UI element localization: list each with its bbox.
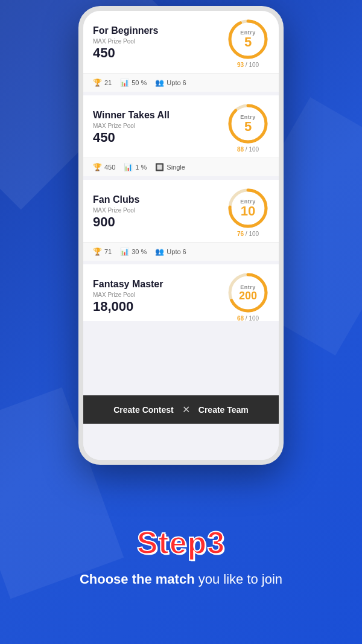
chart-icon-beginners: 📊 [120, 78, 129, 87]
prize-label-fanclubs: MAX Prize Pool [93, 207, 227, 214]
entry-num-fantasy: 200 [239, 290, 257, 301]
slots-total-beginners: 100 [249, 62, 259, 68]
stat-team-beginners: 👥 Upto 6 [155, 78, 186, 87]
contest-title-fanclubs: Fan Clubs [93, 194, 227, 205]
contest-info-winner: Winner Takes All MAX Prize Pool 450 [93, 110, 227, 145]
stat-chart-fanclubs: 📊 30 % [120, 247, 147, 256]
bottom-toolbar: Create Contest ✕ Create Team [83, 395, 279, 424]
contest-info-beginners: For Beginners MAX Prize Pool 450 [93, 25, 227, 61]
contest-title-beginners: For Beginners [93, 25, 227, 36]
chart-icon-winner: 📊 [124, 163, 133, 171]
toolbar-divider-icon: ✕ [182, 404, 190, 415]
slots-winner: 88 / 100 [237, 146, 259, 153]
entry-inner-fanclubs: Entry 10 [227, 187, 269, 229]
contest-stats-fanclubs: 🏆 71 📊 30 % 👥 Upto 6 [83, 242, 279, 261]
stat-val-single-winner: Single [167, 164, 185, 171]
slots-filled-beginners: 93 [237, 62, 244, 68]
stat-val-trophy-winner: 450 [104, 164, 115, 171]
contest-title-winner: Winner Takes All [93, 110, 227, 121]
entry-num-winner: 5 [244, 120, 252, 133]
stat-chart-beginners: 📊 50 % [120, 78, 147, 87]
contest-main-fantasy: Fantasy Master MAX Prize Pool 18,000 Ent… [83, 264, 279, 325]
slots-total-winner: 100 [249, 146, 259, 153]
entry-circle-svg-beginners: Entry 5 [227, 18, 269, 60]
slots-total-fantasy: 100 [249, 315, 259, 322]
subtitle-bold: Choose the match [80, 572, 195, 587]
entry-circle-fanclubs: Entry 10 76 / 100 [227, 187, 269, 237]
contest-stats-beginners: 🏆 21 📊 50 % 👥 Upto 6 [83, 73, 279, 92]
stat-val-team-fanclubs: Upto 6 [167, 248, 186, 255]
entry-num-beginners: 5 [244, 36, 252, 49]
phone-screen: For Beginners MAX Prize Pool 450 Entry [83, 11, 279, 460]
bottom-section: Step3 Choose the match you like to join [0, 469, 362, 644]
contest-main-winner: Winner Takes All MAX Prize Pool 450 Entr… [83, 95, 279, 158]
team-icon-fanclubs: 👥 [155, 247, 164, 256]
stat-trophy-fanclubs: 🏆 71 [93, 247, 112, 256]
stat-single-winner: 🔲 Single [155, 163, 185, 171]
contest-title-fantasy: Fantasy Master [93, 279, 227, 290]
stat-val-chart-beginners: 50 % [132, 79, 147, 86]
team-icon-beginners: 👥 [155, 78, 164, 87]
entry-circle-beginners: Entry 5 93 / 100 [227, 18, 269, 68]
trophy-icon-winner: 🏆 [93, 163, 102, 171]
stat-team-fanclubs: 👥 Upto 6 [155, 247, 186, 256]
prize-amount-winner: 450 [93, 130, 227, 145]
stat-val-trophy-beginners: 21 [104, 79, 112, 86]
entry-circle-winner: Entry 5 88 / 100 [227, 103, 269, 153]
create-team-button[interactable]: Create Team [198, 405, 249, 415]
entry-inner-fantasy: Entry 200 [227, 272, 269, 314]
step-subtitle: Choose the match you like to join [80, 570, 282, 589]
stat-val-chart-fanclubs: 30 % [132, 248, 147, 255]
prize-amount-fanclubs: 900 [93, 214, 227, 230]
prize-label-fantasy: MAX Prize Pool [93, 292, 227, 298]
entry-inner-winner: Entry 5 [227, 103, 269, 145]
slots-filled-fanclubs: 76 [237, 231, 244, 237]
prize-label-beginners: MAX Prize Pool [93, 38, 227, 45]
stat-val-team-beginners: Upto 6 [167, 79, 186, 86]
stat-trophy-beginners: 🏆 21 [93, 78, 112, 87]
subtitle-normal: you like to join [195, 572, 283, 587]
single-icon-winner: 🔲 [155, 163, 164, 171]
phone-mockup: For Beginners MAX Prize Pool 450 Entry [78, 6, 284, 465]
contest-stats-winner: 🏆 450 📊 1 % 🔲 Single [83, 158, 279, 176]
slots-fanclubs: 76 / 100 [237, 231, 259, 237]
trophy-icon-fanclubs: 🏆 [93, 247, 102, 256]
prize-amount-fantasy: 18,000 [93, 299, 227, 314]
entry-num-fanclubs: 10 [241, 205, 255, 218]
contest-main-fanclubs: Fan Clubs MAX Prize Pool 900 Entry [83, 180, 279, 242]
step-title: Step3 [137, 524, 226, 561]
slots-beginners: 93 / 100 [237, 62, 259, 68]
entry-circle-svg-fanclubs: Entry 10 [227, 187, 269, 229]
entry-circle-svg-winner: Entry 5 [227, 103, 269, 145]
stat-trophy-winner: 🏆 450 [93, 163, 115, 171]
contest-card-beginners[interactable]: For Beginners MAX Prize Pool 450 Entry [83, 11, 279, 95]
slots-total-fanclubs: 100 [249, 231, 259, 237]
contest-info-fantasy: Fantasy Master MAX Prize Pool 18,000 [93, 279, 227, 314]
trophy-icon-beginners: 🏆 [93, 78, 102, 87]
contest-card-winner[interactable]: Winner Takes All MAX Prize Pool 450 Entr… [83, 95, 279, 180]
entry-inner-beginners: Entry 5 [227, 18, 269, 60]
entry-circle-svg-fantasy: Entry 200 [227, 272, 269, 314]
slots-filled-fantasy: 68 [237, 315, 244, 322]
chart-icon-fanclubs: 📊 [120, 247, 129, 256]
contest-card-fantasy[interactable]: Fantasy Master MAX Prize Pool 18,000 Ent… [83, 264, 279, 325]
prize-amount-beginners: 450 [93, 45, 227, 61]
slots-filled-winner: 88 [237, 146, 244, 153]
stat-val-trophy-fanclubs: 71 [104, 248, 112, 255]
prize-label-winner: MAX Prize Pool [93, 123, 227, 129]
contest-main-beginners: For Beginners MAX Prize Pool 450 Entry [83, 11, 279, 73]
contest-card-fanclubs[interactable]: Fan Clubs MAX Prize Pool 900 Entry [83, 180, 279, 264]
entry-circle-fantasy: Entry 200 68 / 100 [227, 272, 269, 322]
contest-info-fanclubs: Fan Clubs MAX Prize Pool 900 [93, 194, 227, 230]
stat-chart-winner: 📊 1 % [124, 163, 147, 171]
slots-fantasy: 68 / 100 [237, 315, 259, 322]
stat-val-chart-winner: 1 % [135, 164, 147, 171]
create-contest-button[interactable]: Create Contest [113, 405, 174, 415]
contests-list: For Beginners MAX Prize Pool 450 Entry [83, 11, 279, 460]
